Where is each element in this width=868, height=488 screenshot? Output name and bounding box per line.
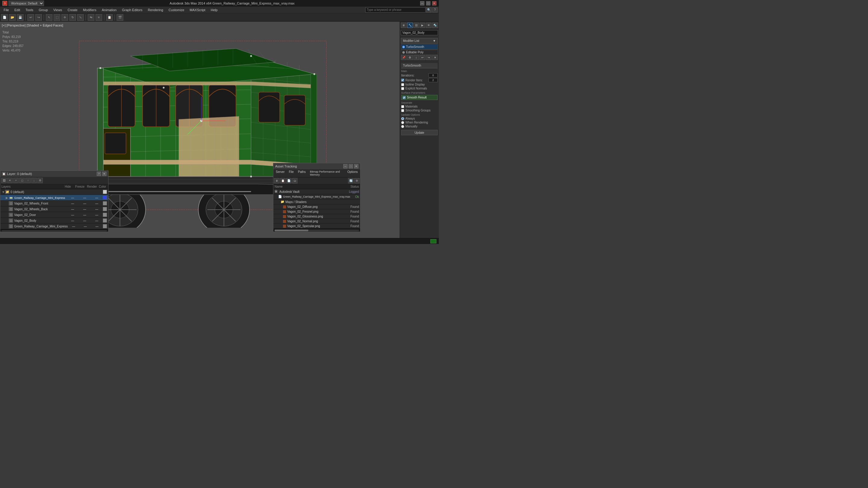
list-item[interactable]: ◻ Green_Railway_Carriage_Mini_Express — … — [0, 224, 108, 229]
layer-expand-icon[interactable]: ▶ — [5, 196, 9, 199]
layer-obj-btn[interactable]: ◻ — [19, 178, 25, 183]
asset-tb-btn-6[interactable]: ⚙ — [354, 178, 360, 184]
object-name-input[interactable] — [401, 30, 438, 35]
open-btn[interactable]: 📂 — [9, 14, 16, 21]
smoothing-groups-checkbox[interactable] — [401, 109, 404, 112]
materials-checkbox[interactable] — [401, 105, 404, 108]
panel-tab-motion[interactable]: ▶ — [420, 23, 425, 28]
asset-menu-paths[interactable]: Paths — [296, 170, 308, 176]
align-btn[interactable]: ≡ — [96, 14, 102, 21]
panel-tab-utilities[interactable]: 🔩 — [432, 23, 438, 28]
menu-edit[interactable]: Edit — [12, 7, 23, 12]
copy-modifier-btn[interactable]: ↩ — [420, 55, 425, 60]
list-item[interactable]: Vagon_02_Specular.png Found — [273, 224, 360, 229]
list-item[interactable]: ▶ 🚃 Green_Railway_Carriage_Mini_Express … — [0, 195, 108, 201]
menu-file[interactable]: File — [1, 7, 11, 12]
asset-tb-btn-5[interactable]: 🔄 — [348, 178, 353, 184]
funnel-modifier-btn[interactable]: ⚙ — [407, 55, 413, 60]
stack-modifier-btn[interactable]: ↕ — [413, 55, 419, 60]
pin-modifier-btn[interactable]: 📌 — [401, 55, 407, 60]
layer-color-swatch[interactable] — [103, 195, 107, 200]
asset-menu-server[interactable]: Server — [274, 170, 286, 176]
list-item[interactable]: Vagon_02_Normal.png Found — [273, 219, 360, 224]
render-btn[interactable]: 🎬 — [117, 14, 123, 21]
explicit-normals-checkbox[interactable] — [401, 87, 404, 90]
menu-group[interactable]: Group — [36, 7, 50, 12]
new-btn[interactable]: 📄 — [1, 14, 8, 21]
close-btn[interactable]: ✕ — [432, 1, 436, 5]
list-item[interactable]: Vagon_02_Fresnel.png Found — [273, 209, 360, 214]
asset-panel-minimize-btn[interactable]: ─ — [343, 164, 347, 168]
asset-panel-close-btn[interactable]: ✕ — [354, 164, 358, 168]
rotate-btn[interactable]: ↻ — [69, 14, 76, 21]
manually-radio[interactable] — [401, 125, 404, 128]
layer-panel-close-btn[interactable]: ✕ — [102, 172, 106, 176]
list-item[interactable]: ◻ Vagon_02_Wheels_Back — — — — [0, 206, 108, 212]
layer-scroll-track[interactable] — [1, 230, 107, 231]
asset-tb-btn-1[interactable]: 🖥 — [274, 178, 279, 184]
menu-modifiers[interactable]: Modifiers — [81, 7, 99, 12]
redo-btn[interactable]: ↪ — [35, 14, 42, 21]
asset-menu-options[interactable]: Options — [346, 170, 360, 176]
list-item[interactable]: 📄 Green_Railway_Carriage_Mini_Express_ma… — [273, 194, 360, 199]
modifier-item-editablepoly[interactable]: Editable Poly — [401, 50, 438, 55]
panel-tab-hierarchy[interactable]: ⛓ — [413, 23, 419, 28]
menu-create[interactable]: Create — [65, 7, 80, 12]
layer-add-btn[interactable]: + — [13, 178, 19, 183]
layer-expand-icon[interactable]: ▼ — [1, 190, 5, 194]
save-btn[interactable]: 💾 — [17, 14, 24, 21]
asset-panel-restore-btn[interactable]: □ — [349, 164, 353, 168]
menu-help[interactable]: Help — [208, 7, 220, 12]
layer-color-swatch[interactable] — [103, 207, 107, 211]
layer-color-swatch[interactable] — [103, 224, 107, 228]
search-btn[interactable]: 🔍 — [426, 7, 432, 13]
mirror-btn[interactable]: ⇋ — [88, 14, 94, 21]
asset-tb-btn-2[interactable]: 📋 — [280, 178, 285, 184]
move-btn[interactable]: ✛ — [61, 14, 68, 21]
menu-animation[interactable]: Animation — [99, 7, 119, 12]
menu-views[interactable]: Views — [51, 7, 64, 12]
panel-tab-display[interactable]: 🖥 — [401, 23, 407, 28]
list-item[interactable]: 🏛 Autodesk Vault Logged — [273, 189, 360, 194]
when-rendering-radio[interactable] — [401, 121, 404, 124]
viewport[interactable]: [+] [Perspective] [Shaded + Edged Faces]… — [0, 22, 400, 238]
menu-customize[interactable]: Customize — [166, 7, 187, 12]
asset-hscroll-track[interactable] — [275, 230, 359, 231]
asset-menu-bitmap-perf[interactable]: Bitmap Performance and Memory — [308, 170, 345, 176]
layer-settings-btn[interactable]: ⚙ — [37, 178, 43, 183]
list-item[interactable]: Vagon_02_Glossiness.png Found — [273, 214, 360, 219]
panel-tab-display2[interactable]: 👁 — [426, 23, 432, 28]
workspace-dropdown[interactable]: Workspace: Default — [8, 1, 44, 6]
asset-hscrollbar[interactable] — [273, 229, 360, 232]
menu-rendering[interactable]: Rendering — [146, 7, 166, 12]
paste-modifier-btn[interactable]: ↪ — [426, 55, 432, 60]
modifier-item-turbosmooth[interactable]: TurboSmooth — [401, 44, 438, 50]
list-item[interactable]: ◻ Vagon_02_Door — — — — [0, 212, 108, 218]
animate-btn[interactable] — [430, 239, 436, 243]
layer-color-swatch[interactable] — [103, 190, 107, 194]
layer-move-up-btn[interactable]: ↑ — [25, 178, 31, 183]
layer-color-swatch[interactable] — [103, 213, 107, 217]
select-btn[interactable]: ↖ — [46, 14, 53, 21]
asset-hscroll-thumb[interactable] — [275, 230, 308, 231]
layer-scrollbar[interactable] — [0, 229, 108, 232]
undo-btn[interactable]: ↩ — [27, 14, 34, 21]
smooth-result-checkbox[interactable] — [403, 96, 406, 99]
asset-tb-btn-3[interactable]: 📄 — [286, 178, 291, 184]
list-item[interactable]: 📁 Maps / Shaders — [273, 199, 360, 204]
layer-color-swatch[interactable] — [103, 218, 107, 223]
minimize-btn[interactable]: ─ — [420, 1, 424, 5]
menu-tools[interactable]: Tools — [23, 7, 36, 12]
asset-menu-file[interactable]: File — [287, 170, 296, 176]
restore-btn[interactable]: □ — [426, 1, 430, 5]
isoline-checkbox[interactable] — [401, 83, 404, 86]
list-item[interactable]: Vagon_02_Diffuse.png Found — [273, 204, 360, 209]
layer-panel-help-btn[interactable]: ? — [97, 172, 101, 176]
select-region-btn[interactable]: ⬚ — [54, 14, 60, 21]
list-item[interactable]: ◻ Vagon_02_Body — — — — [0, 218, 108, 224]
layer-manager-btn[interactable]: 📋 — [106, 14, 113, 21]
scale-btn[interactable]: ⤡ — [77, 14, 84, 21]
layer-move-down-btn[interactable]: ↓ — [31, 178, 37, 183]
layer-del-btn[interactable]: ✕ — [7, 178, 13, 183]
list-item[interactable]: ▼ 📁 0 (default) — [0, 189, 108, 195]
